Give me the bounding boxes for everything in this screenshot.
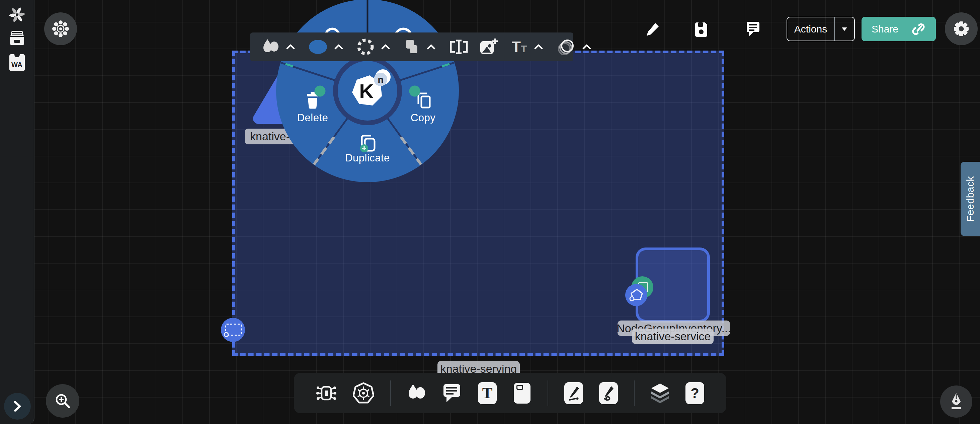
copy-status-dot [409,86,420,97]
edit-pencil-icon[interactable] [645,22,660,37]
caret-down-icon [841,27,848,32]
pencil-tool-icon[interactable] [599,382,618,404]
pentagon-badge [625,284,647,306]
color-swatch-icon[interactable] [308,40,328,54]
radial-item-duplicate[interactable]: Duplicate [345,152,390,164]
zoom-in-button[interactable] [46,384,80,418]
save-icon[interactable] [694,21,708,37]
feedback-tab[interactable]: Feedback [961,162,980,236]
node-badges [625,270,661,307]
shapes-style-icon[interactable] [262,38,280,56]
dock-divider [634,381,635,406]
sidebar-expand-button[interactable] [4,393,31,420]
pen-tool-button[interactable] [940,386,972,418]
app-logo[interactable] [9,7,25,23]
comment-tool-icon[interactable] [442,383,462,403]
selection-handle-badge[interactable] [220,317,247,343]
delete-status-dot [315,86,326,97]
sidebar-item-archive[interactable] [9,30,25,46]
feedback-label: Feedback [965,176,976,222]
share-button[interactable]: Share [862,17,936,41]
kubernetes-tool-icon[interactable] [353,382,374,404]
zoom-in-icon [54,392,71,409]
actions-caret[interactable] [835,27,854,32]
text-tool-icon[interactable]: T [478,382,497,404]
chevron-up-icon[interactable] [286,44,295,49]
dock-divider [547,381,548,406]
webassembly-icon: WA [10,54,25,71]
radial-item-delete[interactable]: Delete [297,112,328,124]
border-style-icon[interactable] [356,38,374,56]
chevron-up-icon[interactable] [582,44,591,49]
duplicate-icon[interactable] [358,134,377,152]
archive-icon [9,30,25,46]
chevron-up-icon[interactable] [534,44,543,49]
shapes-tool-icon[interactable] [407,383,426,403]
chevron-right-icon [14,400,21,412]
integration-tool-icon[interactable] [316,383,337,403]
help-tool-icon[interactable]: ? [686,382,704,404]
actions-button[interactable]: Actions [786,17,855,41]
sidebar-item-webassembly[interactable]: WA [10,54,25,71]
copy-style-icon[interactable] [403,38,420,56]
blend-opacity-icon[interactable] [556,38,576,56]
svg-text:n: n [377,74,383,85]
node-network-icon [52,20,69,38]
card-tool-icon[interactable] [513,382,531,405]
chevron-up-icon[interactable] [334,44,343,49]
node-network-button[interactable] [44,13,77,45]
knife-tool-icon[interactable] [564,382,583,404]
resize-width-icon[interactable] [450,39,468,54]
comments-icon[interactable] [745,21,761,37]
tool-dock: T ? [294,373,726,413]
sidebar: WA [0,0,35,424]
canvas[interactable]: knative-s NodeGroupInventory... knative-… [0,0,980,424]
svg-text:K: K [359,80,374,102]
settings-button[interactable] [945,13,978,45]
actions-label: Actions [787,24,834,35]
style-toolbar: T T [250,32,573,61]
text-style-icon[interactable]: T T [512,40,527,54]
pen-nib-icon [948,392,965,411]
radial-item-copy[interactable]: Copy [410,112,436,124]
layers-tool-icon[interactable] [651,383,670,403]
node-label-service: knative-service [632,328,714,344]
pinwheel-logo-icon [9,7,25,23]
link-icon [911,22,926,36]
image-add-icon[interactable] [480,38,498,56]
share-label: Share [872,24,898,35]
dock-divider [390,381,391,406]
chevron-up-icon[interactable] [381,44,390,49]
chevron-up-icon[interactable] [427,44,436,49]
gear-icon [953,20,970,38]
